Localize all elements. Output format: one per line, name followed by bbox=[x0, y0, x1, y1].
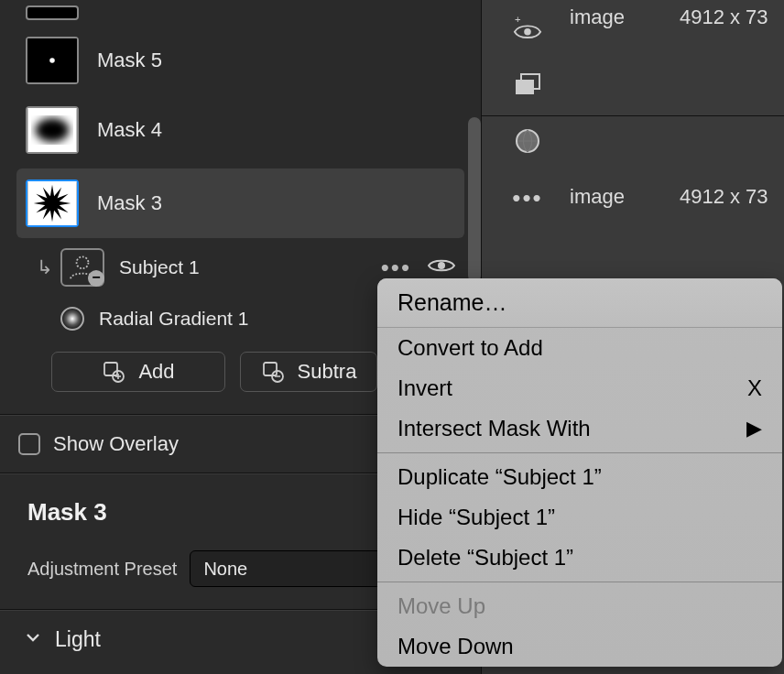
ctx-hide[interactable]: Hide “Subject 1” bbox=[377, 497, 782, 538]
radial-gradient-label: Radial Gradient 1 bbox=[99, 308, 248, 330]
radial-gradient-icon bbox=[60, 307, 84, 331]
eye-icon[interactable] bbox=[428, 255, 455, 280]
ctx-intersect-label: Intersect Mask With bbox=[397, 416, 591, 441]
right-divider bbox=[482, 115, 784, 116]
mask-row-label: Mask 4 bbox=[97, 118, 162, 142]
submenu-arrow-icon: ▶ bbox=[746, 417, 762, 440]
ctx-delete[interactable]: Delete “Subject 1” bbox=[377, 538, 782, 578]
ctx-hide-label: Hide “Subject 1” bbox=[397, 505, 555, 530]
ctx-intersect[interactable]: Intersect Mask With ▶ bbox=[377, 408, 782, 449]
mask-thumb-5-icon bbox=[26, 37, 79, 84]
svg-point-17 bbox=[47, 198, 57, 208]
add-shape-icon bbox=[102, 360, 125, 384]
more-icon[interactable]: ••• bbox=[381, 254, 411, 282]
svg-rect-24 bbox=[264, 363, 277, 375]
ctx-separator bbox=[377, 582, 782, 582]
light-label: Light bbox=[55, 627, 101, 652]
image-meta-row-1: image 4912 x 73 bbox=[570, 5, 768, 29]
image-dims: 4912 x 73 bbox=[680, 185, 768, 209]
ctx-moveup-label: Move Up bbox=[397, 593, 485, 619]
add-eye-icon[interactable]: + bbox=[513, 13, 542, 42]
ctx-invert-label: Invert bbox=[397, 375, 452, 401]
svg-rect-20 bbox=[104, 363, 117, 375]
ctx-rename-label: Rename… bbox=[397, 289, 507, 316]
image-label: image bbox=[570, 185, 625, 209]
svg-point-19 bbox=[438, 262, 445, 269]
image-meta-row-2: image 4912 x 73 bbox=[570, 185, 768, 209]
svg-point-18 bbox=[77, 256, 89, 268]
mask-row-5[interactable]: Mask 5 bbox=[0, 26, 481, 95]
ctx-move-down[interactable]: Move Down bbox=[377, 626, 782, 667]
subtract-shape-icon bbox=[261, 360, 285, 384]
show-overlay-label: Show Overlay bbox=[53, 432, 179, 456]
mask-row-label: Mask 3 bbox=[97, 191, 162, 215]
app-root: Mask 5 Mask 4 bbox=[0, 0, 784, 674]
show-overlay-checkbox[interactable] bbox=[18, 433, 40, 455]
indent-arrow-icon: ↳ bbox=[37, 256, 53, 278]
tool-column: + ••• bbox=[498, 0, 557, 212]
subject-label: Subject 1 bbox=[119, 256, 200, 278]
stack-icon[interactable] bbox=[513, 70, 542, 99]
svg-point-28 bbox=[524, 28, 531, 36]
ellipsis-icon[interactable]: ••• bbox=[513, 183, 542, 212]
ctx-duplicate[interactable]: Duplicate “Subject 1” bbox=[377, 457, 782, 497]
preset-value: None bbox=[203, 559, 247, 580]
image-dims: 4912 x 73 bbox=[680, 5, 768, 29]
svg-point-3 bbox=[36, 118, 70, 142]
svg-rect-29 bbox=[516, 80, 534, 94]
preset-label: Adjustment Preset bbox=[27, 559, 177, 580]
ctx-duplicate-label: Duplicate “Subject 1” bbox=[397, 464, 602, 490]
mask-row-label: Mask 5 bbox=[97, 49, 162, 72]
add-button-label: Add bbox=[138, 360, 174, 384]
ctx-rename[interactable]: Rename… bbox=[377, 278, 782, 328]
image-label: image bbox=[570, 5, 625, 29]
ctx-convert-label: Convert to Add bbox=[397, 335, 543, 361]
ctx-convert[interactable]: Convert to Add bbox=[377, 328, 782, 368]
svg-point-1 bbox=[49, 58, 55, 63]
subject-badge-icon: − bbox=[60, 248, 104, 287]
globe-icon[interactable] bbox=[513, 126, 542, 156]
mask-row-3[interactable]: Mask 3 bbox=[16, 168, 464, 238]
add-button[interactable]: Add bbox=[51, 352, 225, 392]
chevron-down-icon bbox=[24, 627, 42, 652]
ctx-move-up: Move Up bbox=[377, 586, 782, 626]
ctx-separator bbox=[377, 452, 782, 453]
mask-row-partial[interactable] bbox=[0, 0, 481, 26]
context-menu: Rename… Convert to Add Invert X Intersec… bbox=[377, 278, 782, 667]
subtract-button-label: Subtra bbox=[298, 360, 357, 384]
svg-text:+: + bbox=[515, 14, 521, 25]
mask-row-4[interactable]: Mask 4 bbox=[0, 95, 481, 165]
mask-thumb-4-icon bbox=[26, 106, 79, 154]
mask-thumb-3-icon bbox=[26, 179, 79, 227]
ctx-movedown-label: Move Down bbox=[397, 634, 514, 659]
subtract-button[interactable]: Subtra bbox=[240, 352, 377, 392]
mask-thumb-partial-icon bbox=[26, 5, 79, 20]
ctx-invert-shortcut: X bbox=[747, 375, 762, 401]
ctx-invert[interactable]: Invert X bbox=[377, 368, 782, 408]
ctx-delete-label: Delete “Subject 1” bbox=[397, 545, 573, 571]
